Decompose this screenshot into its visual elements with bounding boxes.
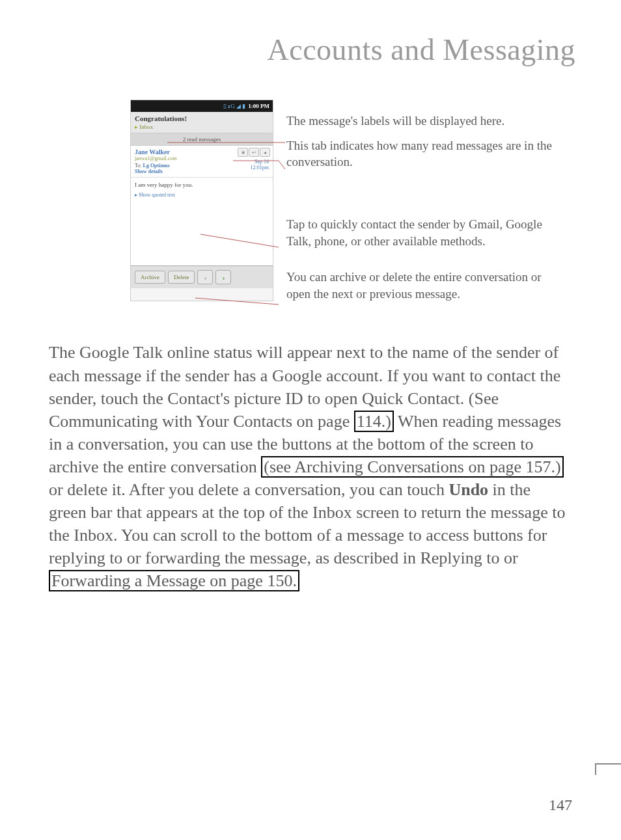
time-text: 12:01pm	[251, 165, 269, 170]
subject-line: Congratulations!	[135, 115, 269, 122]
signal-icon: ▯ ₃G ◢ ▮	[223, 103, 245, 109]
read-messages-tab[interactable]: 2 read messages	[131, 133, 273, 146]
star-icon[interactable]: ★	[238, 148, 248, 157]
text-segment-1c: or delete it. After you delete a convers…	[49, 480, 448, 499]
to-name: Lg Optimus	[143, 163, 170, 169]
page-ref-150[interactable]: Forwarding a Message on page 150.	[49, 570, 299, 591]
callouts: The message's labels will be displayed h…	[286, 100, 566, 308]
show-details-link[interactable]: Show details	[135, 169, 269, 174]
page-title: Accounts and Messaging	[0, 0, 621, 80]
prev-arrow-button[interactable]: ‹	[197, 270, 213, 284]
page-ref-157[interactable]: (see Archiving Conversations on page 157…	[261, 456, 563, 478]
body-text: I am very happy for you.	[135, 182, 269, 188]
date-text: Sep 14	[251, 159, 269, 165]
to-prefix: To:	[135, 163, 142, 169]
contact-action-icons: ★ ↩ ◂	[238, 148, 270, 157]
callout-contact: Tap to quickly contact the sender by Gma…	[286, 216, 566, 249]
corner-tab	[595, 763, 621, 775]
phone-screenshot: ▯ ₃G ◢ ▮ 1:00 PM Congratulations! Inbox …	[130, 100, 273, 301]
delete-button[interactable]: Delete	[168, 271, 195, 284]
status-time: 1:00 PM	[248, 103, 269, 109]
page-number: 147	[549, 796, 572, 814]
show-quoted-text-link[interactable]: ▸ Show quoted text	[135, 192, 269, 198]
to-line: To: Lg Optimus	[135, 163, 269, 169]
message-body: I am very happy for you. ▸ Show quoted t…	[131, 178, 273, 265]
inbox-label: Inbox	[135, 124, 269, 130]
callout-labels: The message's labels will be displayed h…	[286, 113, 566, 129]
figure-area: ▯ ₃G ◢ ▮ 1:00 PM Congratulations! Inbox …	[0, 80, 621, 308]
next-arrow-button[interactable]: ›	[215, 270, 231, 284]
bottom-toolbar: Archive Delete ‹ ›	[131, 265, 273, 288]
callout-bottom-buttons: You can archive or delete the entire con…	[286, 269, 566, 302]
main-body-text: The Google Talk online status will appea…	[0, 308, 621, 592]
paragraph-1: The Google Talk online status will appea…	[49, 341, 572, 592]
callout-read-tab: This tab indicates how many read message…	[286, 137, 566, 170]
more-icon[interactable]: ◂	[260, 148, 270, 157]
undo-keyword: Undo	[448, 480, 488, 499]
phone-header: Congratulations! Inbox	[131, 112, 273, 133]
page-ref-114[interactable]: 114.)	[354, 411, 394, 432]
archive-button[interactable]: Archive	[135, 271, 165, 284]
message-date: Sep 14 12:01pm	[251, 159, 269, 170]
phone-statusbar: ▯ ₃G ◢ ▮ 1:00 PM	[131, 100, 273, 112]
message-header: ★ ↩ ◂ Jane Walker janwa1@gmail.com To: L…	[131, 146, 273, 178]
reply-icon[interactable]: ↩	[249, 148, 259, 157]
